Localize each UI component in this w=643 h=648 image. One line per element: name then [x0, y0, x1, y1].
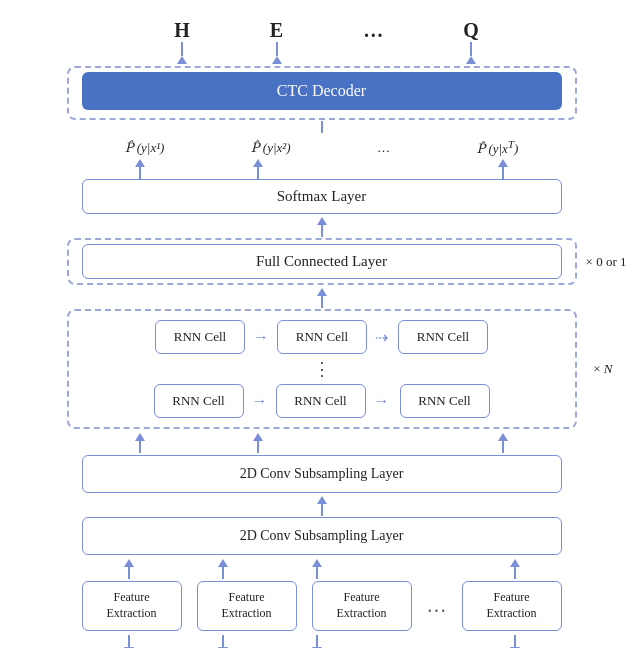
arrhead-sf	[317, 217, 327, 225]
al-r2	[257, 441, 259, 453]
al-w4	[514, 635, 516, 647]
arrline-fc	[321, 296, 323, 308]
rnn-cell-bot-3: RNN Cell	[400, 384, 490, 418]
softmax-label: Softmax Layer	[277, 188, 367, 204]
output-h: H	[174, 19, 190, 64]
arr-rnn-2	[253, 433, 263, 453]
arrhead2	[253, 159, 263, 167]
fc-multiplier: × 0 or 1	[586, 254, 627, 270]
feat-dots: …	[427, 594, 447, 617]
arrline3	[502, 167, 504, 179]
ah-f3	[312, 559, 322, 567]
arrow-line-ctc	[321, 121, 323, 133]
arr-feat-4	[510, 559, 520, 579]
arr-wav-1	[124, 635, 134, 648]
architecture-diagram: H E … Q CTC Decoder P̂ (y|x¹) P̂ (y|x²) …	[32, 9, 612, 639]
arrow-line-h	[181, 42, 183, 56]
arrow-head-h	[177, 56, 187, 64]
rnn-cell-bot-1: RNN Cell	[154, 384, 244, 418]
rnn-cell-bot-2: RNN Cell	[276, 384, 366, 418]
arrows-conv-to-feat	[82, 559, 562, 579]
ctc-decoder-box: CTC Decoder	[82, 72, 562, 110]
arrhead3	[498, 159, 508, 167]
al-w3	[316, 635, 318, 647]
al-f1	[128, 567, 130, 579]
feat-label-3: FeatureExtraction	[337, 590, 387, 620]
rnn-cell-top-3: RNN Cell	[398, 320, 488, 354]
conv2-label: 2D Conv Subsampling Layer	[240, 528, 404, 543]
arr1	[135, 159, 145, 179]
arrhead1	[135, 159, 145, 167]
arr-rnn-1	[135, 433, 145, 453]
arrline-sf	[321, 225, 323, 237]
arrows-rnn-to-conv	[82, 433, 562, 453]
arr-wav-3	[312, 635, 322, 648]
arrhead-fc	[317, 288, 327, 296]
rnn-arrow-top-1: →	[253, 328, 269, 346]
rnn-dashed-container: RNN Cell → RNN Cell ⇢ RNN Cell ⋮ RNN Cel…	[67, 309, 577, 429]
prob-2: P̂ (y|x²)	[251, 140, 291, 156]
arrline2	[257, 167, 259, 179]
letter-e: E	[270, 19, 283, 42]
al-c1	[321, 504, 323, 516]
arrow-line-q	[470, 42, 472, 56]
rnn-arrow-bot-1: →	[252, 392, 268, 410]
feat-label-4: FeatureExtraction	[487, 590, 537, 620]
ah-c1	[317, 496, 327, 504]
ah-r1	[135, 433, 145, 441]
arrline1	[139, 167, 141, 179]
arrow-head-q	[466, 56, 476, 64]
feat-box-4: FeatureExtraction	[462, 581, 562, 630]
arr-wav-4	[510, 635, 520, 648]
fc-label: Full Connected Layer	[256, 253, 387, 269]
arr-rnn-3	[498, 433, 508, 453]
letter-q: Q	[463, 19, 479, 42]
ah-f4	[510, 559, 520, 567]
arr-wav-2	[218, 635, 228, 648]
ctc-dashed-container: CTC Decoder	[67, 66, 577, 120]
rnn-dots-top: ⇢	[375, 328, 390, 347]
rnn-top-row: RNN Cell → RNN Cell ⇢ RNN Cell	[82, 320, 562, 354]
ctc-decoder-label: CTC Decoder	[277, 82, 366, 99]
conv1-label: 2D Conv Subsampling Layer	[240, 466, 404, 481]
arr3	[498, 159, 508, 179]
arr2	[253, 159, 263, 179]
fc-dashed-container: Full Connected Layer × 0 or 1	[67, 238, 577, 285]
letter-ellipsis: …	[363, 19, 383, 42]
output-q: Q	[463, 19, 479, 64]
arrows-prob-to-softmax	[82, 159, 562, 179]
feat-box-2: FeatureExtraction	[197, 581, 297, 630]
probability-row: P̂ (y|x¹) P̂ (y|x²) … P̂ (y|xT)	[82, 138, 562, 157]
arrow-softmax-to-fc	[317, 217, 327, 237]
fc-box: Full Connected Layer	[82, 244, 562, 279]
al-f4	[514, 567, 516, 579]
al-r3	[502, 441, 504, 453]
ah-r2	[253, 433, 263, 441]
feat-box-1: FeatureExtraction	[82, 581, 182, 630]
conv2-box: 2D Conv Subsampling Layer	[82, 517, 562, 555]
al-r1	[139, 441, 141, 453]
al-w1	[128, 635, 130, 647]
output-ellipsis: …	[363, 19, 383, 64]
rnn-vdots: ⋮	[313, 358, 331, 380]
ah-f2	[218, 559, 228, 567]
output-e: E	[270, 19, 283, 64]
rnn-bottom-row: RNN Cell → RNN Cell → RNN Cell	[82, 384, 562, 418]
feature-extraction-row: FeatureExtraction FeatureExtraction Feat…	[82, 581, 562, 630]
arrow-conv1-to-conv2	[317, 496, 327, 516]
rnn-cell-top-2: RNN Cell	[277, 320, 367, 354]
feat-box-3: FeatureExtraction	[312, 581, 412, 630]
letter-h: H	[174, 19, 190, 42]
prob-t: P̂ (y|xT)	[476, 138, 518, 157]
arrow-ctc-to-prob	[321, 121, 323, 133]
al-w2	[222, 635, 224, 647]
softmax-box: Softmax Layer	[82, 179, 562, 214]
arrow-fc-to-rnn	[317, 288, 327, 308]
ah-r3	[498, 433, 508, 441]
output-letters-row: H E … Q	[32, 19, 612, 64]
feat-label-1: FeatureExtraction	[107, 590, 157, 620]
arrow-head-e	[272, 56, 282, 64]
rnn-dots-bot: →	[374, 392, 392, 410]
conv1-box: 2D Conv Subsampling Layer	[82, 455, 562, 493]
feat-label-2: FeatureExtraction	[222, 590, 272, 620]
